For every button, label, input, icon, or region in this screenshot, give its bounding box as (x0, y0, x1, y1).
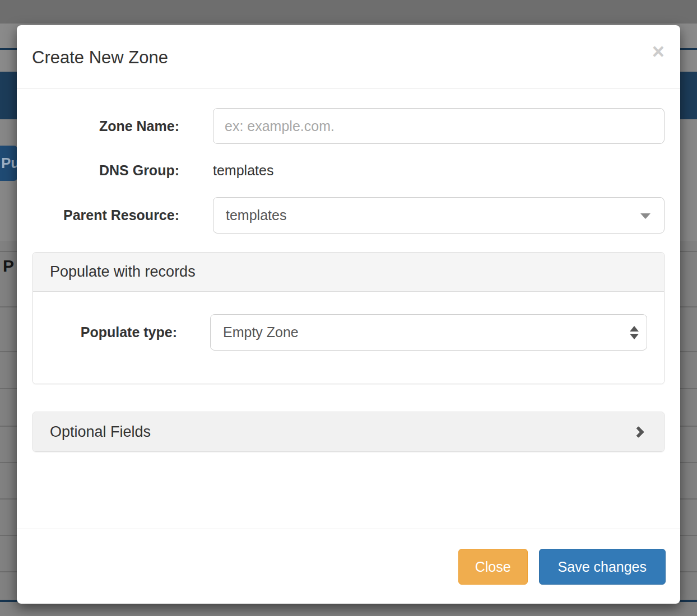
parent-resource-label: Parent Resource: (32, 207, 179, 223)
save-changes-button[interactable]: Save changes (539, 549, 666, 585)
dns-group-label: DNS Group: (32, 162, 179, 179)
background-push-button: Pu (0, 146, 17, 181)
populate-panel-body: Populate type: Empty Zone (33, 292, 664, 384)
optional-fields-panel[interactable]: Optional Fields (32, 412, 665, 452)
modal-header: Create New Zone × (17, 25, 680, 88)
modal-body: Zone Name: DNS Group: templates Parent R… (17, 88, 680, 452)
populate-type-label: Populate type: (50, 324, 177, 340)
populate-type-row: Populate type: Empty Zone (50, 314, 647, 351)
close-button[interactable]: Close (458, 549, 528, 585)
populate-panel: Populate with records Populate type: Emp… (32, 252, 665, 384)
populate-panel-header: Populate with records (33, 253, 664, 292)
caret-down-icon (640, 213, 650, 219)
close-icon[interactable]: × (652, 41, 665, 62)
dns-group-value: templates (213, 162, 273, 178)
zone-name-row: Zone Name: (32, 108, 665, 144)
background-page-heading: P (3, 256, 17, 276)
populate-type-selected-value: Empty Zone (223, 324, 299, 340)
background-top-strip (0, 0, 697, 24)
modal-title: Create New Zone (32, 48, 666, 68)
modal-footer: Close Save changes (17, 529, 680, 604)
select-stepper-icon (630, 326, 639, 339)
dns-group-row: DNS Group: templates (32, 162, 665, 179)
parent-resource-select[interactable]: templates (213, 197, 665, 234)
zone-name-input[interactable] (213, 108, 665, 144)
parent-resource-selected-value: templates (226, 207, 286, 223)
populate-panel-title: Populate with records (50, 263, 196, 281)
chevron-right-icon (633, 426, 644, 437)
create-new-zone-modal: Create New Zone × Zone Name: DNS Group: … (17, 25, 680, 604)
populate-type-select[interactable]: Empty Zone (210, 314, 647, 351)
optional-fields-header[interactable]: Optional Fields (33, 412, 664, 451)
zone-name-label: Zone Name: (32, 118, 179, 134)
optional-fields-title: Optional Fields (50, 423, 151, 441)
parent-resource-row: Parent Resource: templates (32, 197, 665, 234)
